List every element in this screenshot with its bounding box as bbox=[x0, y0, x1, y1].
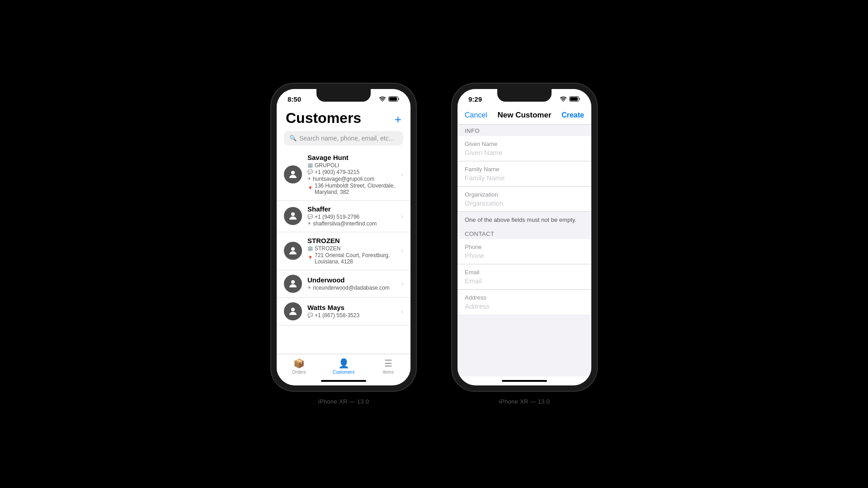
tab-orders[interactable]: 📦 Orders bbox=[277, 358, 321, 375]
customer-name-underwood: Underwood bbox=[307, 276, 396, 284]
customer-info-savage-hunt: Savage Hunt 🏢 GRUPOLI 💬 +1 (903) 479-321… bbox=[307, 154, 396, 196]
home-indicator bbox=[277, 376, 410, 385]
add-customer-button[interactable]: + bbox=[395, 110, 401, 125]
phone-input[interactable]: Phone bbox=[465, 252, 584, 259]
address-field[interactable]: Address Address bbox=[458, 290, 591, 314]
email-label: Email bbox=[465, 269, 584, 276]
phone2-screen: 9:29 bbox=[458, 89, 591, 385]
avatar-underwood bbox=[284, 275, 302, 293]
home-bar bbox=[321, 380, 366, 382]
customers-title: Customers bbox=[286, 110, 361, 127]
search-icon: 🔍 bbox=[289, 135, 297, 141]
address-input[interactable]: Address bbox=[465, 302, 584, 310]
search-bar[interactable]: 🔍 Search name, phone, email, etc... bbox=[284, 131, 403, 145]
info-section-header: INFO bbox=[458, 125, 591, 136]
email-icon: ✈ bbox=[307, 176, 311, 181]
scene: 8:50 ··· bbox=[253, 66, 615, 423]
email-field[interactable]: Email Email bbox=[458, 264, 591, 290]
customer-info-shaffer: Shaffer 💬 +1 (949) 519-2796 ✈ shaffersil… bbox=[307, 205, 396, 227]
address-icon: 📍 bbox=[307, 256, 313, 261]
customer-address-strozen: 📍 721 Oriental Court, Forestburg, Louisi… bbox=[307, 252, 396, 265]
phone1-wrapper: 8:50 ··· bbox=[271, 84, 416, 405]
phone1-status-icons: ··· bbox=[370, 95, 400, 103]
family-name-input[interactable]: Family Name bbox=[465, 174, 584, 182]
cancel-button[interactable]: Cancel bbox=[465, 111, 487, 119]
svg-point-0 bbox=[382, 101, 383, 101]
contact-section-header: CONTACT bbox=[458, 228, 591, 239]
tab-items-label: Items bbox=[382, 370, 393, 375]
svg-point-8 bbox=[563, 101, 564, 101]
given-name-input[interactable]: Given Name bbox=[465, 149, 584, 156]
customer-info-underwood: Underwood ✈ riceunderwood@dadabase.com bbox=[307, 276, 396, 291]
phone-label: Phone bbox=[465, 244, 584, 250]
customer-item-underwood[interactable]: Underwood ✈ riceunderwood@dadabase.com › bbox=[277, 270, 410, 298]
svg-rect-10 bbox=[570, 97, 578, 101]
family-name-label: Family Name bbox=[465, 166, 584, 173]
phone1-screen: 8:50 ··· bbox=[277, 89, 410, 385]
create-button[interactable]: Create bbox=[561, 111, 584, 119]
phone1-wifi-icon bbox=[379, 95, 386, 103]
phone1-notch bbox=[316, 89, 371, 102]
email-icon: ✈ bbox=[307, 285, 311, 290]
chevron-icon: › bbox=[401, 212, 403, 220]
phone2-status-icons bbox=[560, 95, 580, 103]
tab-items[interactable]: ☰ Items bbox=[366, 358, 410, 375]
svg-rect-2 bbox=[389, 97, 397, 101]
email-icon: ✈ bbox=[307, 221, 311, 226]
organization-input[interactable]: Organization bbox=[465, 199, 584, 207]
customer-phone-watts-mays: 💬 +1 (867) 558-3523 bbox=[307, 312, 396, 319]
phone-icon: 💬 bbox=[307, 214, 313, 219]
customer-org-savage-hunt: 🏢 GRUPOLI bbox=[307, 162, 396, 169]
avatar-watts-mays bbox=[284, 302, 302, 320]
phone1-label: iPhone XR — 13.0 bbox=[318, 398, 369, 405]
validation-message: One of the above fields must not be empt… bbox=[458, 212, 591, 228]
address-label: Address bbox=[465, 294, 584, 301]
phone-icon: 💬 bbox=[307, 169, 313, 174]
chevron-icon: › bbox=[401, 171, 403, 178]
given-name-label: Given Name bbox=[465, 141, 584, 147]
search-input[interactable]: Search name, phone, email, etc... bbox=[299, 135, 394, 142]
phone-field[interactable]: Phone Phone bbox=[458, 239, 591, 264]
home-indicator-2 bbox=[458, 376, 591, 385]
org-icon: 🏢 bbox=[307, 246, 313, 251]
customer-email-savage-hunt: ✈ huntsavage@grupoli.com bbox=[307, 176, 396, 182]
customer-list: Savage Hunt 🏢 GRUPOLI 💬 +1 (903) 479-321… bbox=[277, 149, 410, 354]
avatar-savage-hunt bbox=[284, 165, 302, 183]
given-name-field[interactable]: Given Name Given Name bbox=[458, 136, 591, 161]
customer-name-watts-mays: Watts Mays bbox=[307, 304, 396, 311]
phone1-time: 8:50 bbox=[288, 95, 301, 103]
tab-customers[interactable]: 👤 Customers bbox=[321, 358, 366, 375]
customer-item-savage-hunt[interactable]: Savage Hunt 🏢 GRUPOLI 💬 +1 (903) 479-321… bbox=[277, 149, 410, 201]
phone1-battery-icon bbox=[388, 95, 400, 103]
items-icon: ☰ bbox=[384, 358, 392, 369]
svg-point-4 bbox=[291, 212, 295, 216]
tab-orders-label: Orders bbox=[292, 370, 306, 375]
customer-item-watts-mays[interactable]: Watts Mays 💬 +1 (867) 558-3523 › bbox=[277, 298, 410, 325]
customer-address-savage-hunt: 📍 136 Humboldt Street, Cloverdale, Maryl… bbox=[307, 183, 396, 195]
phone2-label: iPhone XR — 13.0 bbox=[499, 398, 550, 405]
customer-phone-shaffer: 💬 +1 (949) 519-2796 bbox=[307, 214, 396, 220]
phone1-signal-icon: ··· bbox=[370, 97, 377, 102]
address-icon: 📍 bbox=[307, 186, 313, 191]
phone1-device: 8:50 ··· bbox=[271, 84, 416, 391]
customer-item-shaffer[interactable]: Shaffer 💬 +1 (949) 519-2796 ✈ shaffersil… bbox=[277, 201, 410, 232]
avatar-strozen bbox=[284, 242, 302, 260]
chevron-icon: › bbox=[401, 247, 403, 254]
phone2-battery-icon bbox=[569, 95, 580, 103]
family-name-field[interactable]: Family Name Family Name bbox=[458, 161, 591, 187]
org-icon: 🏢 bbox=[307, 163, 313, 168]
tab-customers-label: Customers bbox=[333, 370, 354, 375]
customer-info-strozen: STROZEN 🏢 STROZEN 📍 721 Oriental Court, … bbox=[307, 237, 396, 265]
customer-email-shaffer: ✈ shaffersilva@interfind.com bbox=[307, 221, 396, 227]
chevron-icon: › bbox=[401, 308, 403, 315]
organization-field[interactable]: Organization Organization bbox=[458, 187, 591, 212]
phone2-time: 9:29 bbox=[468, 95, 482, 103]
email-input[interactable]: Email bbox=[465, 277, 584, 285]
phone2-wrapper: 9:29 bbox=[452, 84, 597, 405]
phone2-wifi-icon bbox=[560, 95, 567, 103]
customer-name-savage-hunt: Savage Hunt bbox=[307, 154, 396, 161]
svg-point-5 bbox=[291, 247, 295, 251]
customer-item-strozen[interactable]: STROZEN 🏢 STROZEN 📍 721 Oriental Court, … bbox=[277, 232, 410, 270]
customer-email-underwood: ✈ riceunderwood@dadabase.com bbox=[307, 285, 396, 291]
tab-bar: 📦 Orders 👤 Customers ☰ Items bbox=[277, 354, 410, 376]
